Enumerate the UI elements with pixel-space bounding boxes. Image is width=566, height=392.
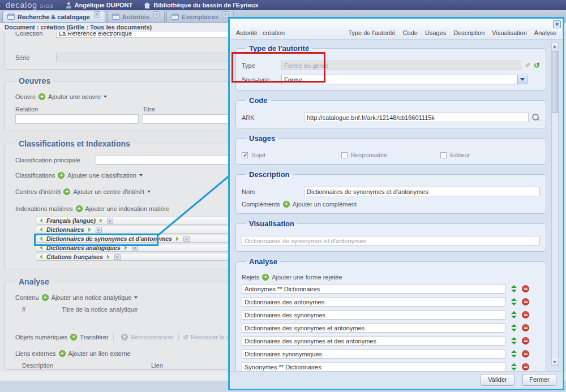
search-ark-icon[interactable] (532, 114, 540, 122)
add-lien-link[interactable]: Ajouter un lien externe (68, 350, 131, 357)
dialog-nav-link[interactable]: Visualisation (492, 29, 527, 36)
add-indexation-link[interactable]: Ajouter une indexation matière (85, 205, 170, 212)
current-user[interactable]: Angélique DUPONT (66, 2, 133, 8)
dialog-nav-link[interactable]: Code (403, 29, 418, 36)
rejected-form-input[interactable] (242, 336, 505, 346)
checkbox-label: Editeur (450, 152, 470, 158)
tag-move-right-icon[interactable] (88, 227, 91, 232)
add-complement-icon[interactable] (283, 201, 290, 208)
remove-icon[interactable] (522, 324, 529, 331)
add-oeuvre-icon[interactable] (38, 93, 45, 100)
add-complement-link[interactable]: Ajouter un complément (293, 201, 357, 208)
tag-move-right-icon[interactable] (100, 218, 102, 223)
remove-icon[interactable] (522, 350, 529, 357)
transferer-link[interactable]: Transférer (80, 334, 108, 341)
dialog-scrollbar[interactable] (551, 42, 559, 366)
transferer-icon[interactable] (70, 334, 77, 341)
scrollbar-thumb[interactable] (552, 51, 558, 113)
add-lien-icon[interactable] (59, 350, 66, 357)
current-user-name: Angélique DUPONT (75, 2, 133, 8)
reorder-icon[interactable] (511, 363, 517, 371)
current-library[interactable]: Bibliothèque du bassin de l'Eyrieux (144, 2, 258, 8)
reordonnancer-icon (121, 334, 128, 341)
add-classification-caret-icon[interactable] (139, 174, 143, 176)
reorder-icon[interactable] (511, 285, 517, 292)
classifications-label: Classifications (15, 172, 55, 179)
dialog-footer: Valider Fermer (230, 371, 562, 388)
add-notice-caret-icon[interactable] (134, 296, 138, 299)
tag-move-left-icon[interactable] (40, 245, 42, 250)
add-oeuvre-caret-icon[interactable] (104, 96, 107, 98)
remove-icon[interactable] (522, 311, 529, 318)
tab-close-icon[interactable] (153, 11, 160, 18)
visualisation-card: Visualisation (235, 219, 546, 252)
rejected-form-row (242, 297, 540, 307)
tab[interactable]: Recherche & catalogage (2, 11, 105, 22)
tab[interactable]: Autorités (107, 11, 165, 22)
checkbox-icon[interactable] (341, 152, 348, 158)
usage-checkbox[interactable]: Editeur (440, 152, 540, 158)
add-centre-caret-icon[interactable] (147, 191, 151, 193)
reorder-icon[interactable] (511, 350, 517, 357)
rejected-form-input[interactable] (242, 323, 505, 333)
add-indexation-icon[interactable] (76, 205, 83, 212)
rejected-form-input[interactable] (242, 297, 505, 307)
remove-icon[interactable] (522, 285, 529, 292)
remove-icon[interactable] (522, 337, 529, 344)
add-classification-link[interactable]: Ajouter une classification (67, 172, 136, 179)
reorder-icon[interactable] (511, 337, 517, 344)
tag-move-left-icon[interactable] (40, 218, 42, 223)
remove-icon[interactable] (522, 363, 529, 371)
fermer-button[interactable]: Fermer (522, 374, 556, 386)
checkbox-icon[interactable] (242, 152, 248, 158)
tag-move-right-icon[interactable] (107, 255, 110, 259)
dialog-nav-link[interactable]: Analyse (534, 29, 556, 36)
rejected-form-input[interactable] (242, 310, 505, 320)
tab-close-icon[interactable] (94, 11, 100, 18)
rejected-form-input[interactable] (242, 349, 505, 359)
add-centre-icon[interactable] (63, 188, 70, 195)
soustype-dropdown-icon[interactable] (517, 75, 527, 84)
rejets-label: Rejets (242, 274, 259, 281)
reset-type-icon[interactable] (534, 61, 540, 70)
rejected-form-input[interactable] (242, 362, 505, 371)
nom-input[interactable] (304, 187, 540, 196)
relation-input[interactable] (15, 114, 139, 124)
valider-button[interactable]: Valider (481, 374, 514, 386)
tag-move-left-icon[interactable] (40, 227, 42, 232)
dialog-nav-link[interactable]: Description (453, 29, 484, 36)
reorder-icon[interactable] (511, 324, 517, 331)
tag-close-icon[interactable] (107, 218, 113, 224)
top-bar: decalog SIGB Angélique DUPONT Bibliothèq… (0, 0, 566, 10)
tag-move-right-icon[interactable] (176, 236, 179, 241)
edit-type-icon[interactable] (525, 61, 531, 70)
remove-icon[interactable] (522, 298, 529, 305)
add-rejet-link[interactable]: Ajouter une forme rejetée (272, 274, 342, 281)
tag-move-right-icon[interactable] (125, 245, 127, 250)
ark-input[interactable] (304, 113, 529, 122)
scroll-down-icon[interactable] (552, 359, 558, 365)
add-rejet-icon[interactable] (262, 274, 269, 281)
add-oeuvre-link[interactable]: Ajouter une oeuvre (48, 93, 101, 100)
current-library-name: Bibliothèque du bassin de l'Eyrieux (153, 2, 258, 8)
rejected-form-input[interactable] (242, 284, 505, 294)
nom-label: Nom (242, 188, 304, 195)
usage-checkbox[interactable]: Sujet (242, 152, 341, 158)
tag-close-icon[interactable] (96, 227, 102, 233)
tag-close-icon[interactable] (114, 254, 121, 260)
add-classification-icon[interactable] (58, 172, 65, 179)
scroll-up-icon[interactable] (552, 43, 558, 50)
reorder-icon[interactable] (511, 298, 517, 305)
checkbox-icon[interactable] (440, 152, 447, 158)
add-notice-icon[interactable] (42, 294, 49, 301)
tag-move-left-icon[interactable] (40, 255, 42, 259)
dialog-nav-link[interactable]: Type de l'autorité (348, 29, 395, 36)
add-notice-link[interactable]: Ajouter une notice analytique (52, 294, 132, 301)
tag-close-icon[interactable] (183, 236, 190, 242)
add-centre-link[interactable]: Ajouter un centre d'intérêt (73, 188, 144, 195)
tab[interactable]: Exemplaires (166, 11, 234, 22)
reorder-icon[interactable] (511, 311, 517, 318)
usage-checkbox[interactable]: Responsable (341, 152, 441, 158)
dialog-close-icon[interactable] (553, 20, 561, 28)
dialog-nav-link[interactable]: Usages (425, 29, 446, 36)
